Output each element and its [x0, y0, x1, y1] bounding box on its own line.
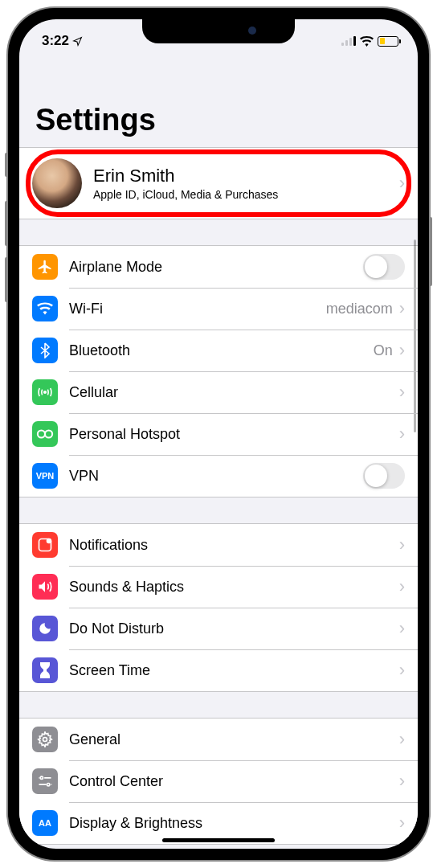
chevron-right-icon: ›	[399, 813, 405, 833]
row-label: Control Center	[69, 773, 399, 790]
battery-icon	[378, 36, 398, 47]
row-value: On	[374, 342, 393, 359]
chevron-right-icon: ›	[399, 173, 405, 194]
notifications-row[interactable]: Notifications ›	[19, 524, 418, 566]
avatar	[32, 158, 82, 208]
wifi-settings-icon	[32, 296, 58, 321]
battery-fill	[380, 38, 385, 44]
screentime-row[interactable]: Screen Time ›	[19, 649, 418, 691]
vpn-row[interactable]: VPN VPN	[19, 455, 418, 497]
hotspot-row[interactable]: Personal Hotspot ›	[19, 413, 418, 455]
status-time: 3:22	[42, 33, 69, 49]
svg-rect-3	[353, 36, 356, 46]
screen: 3:22	[19, 19, 418, 849]
row-label: Screen Time	[69, 662, 399, 679]
dnd-row[interactable]: Do Not Disturb ›	[19, 608, 418, 649]
chevron-right-icon: ›	[399, 340, 405, 361]
sounds-row[interactable]: Sounds & Haptics ›	[19, 566, 418, 608]
wifi-icon	[360, 36, 374, 47]
row-label: Sounds & Haptics	[69, 579, 399, 596]
chevron-right-icon: ›	[399, 618, 405, 639]
chevron-right-icon: ›	[399, 660, 405, 681]
chevron-right-icon: ›	[399, 534, 405, 555]
svg-point-8	[47, 539, 51, 543]
svg-point-11	[47, 784, 50, 786]
row-label: Notifications	[69, 537, 399, 554]
volume-down-button	[5, 257, 8, 302]
display-icon-text: AA	[39, 818, 51, 828]
profile-subtitle: Apple ID, iCloud, Media & Purchases	[93, 188, 399, 201]
sounds-icon	[32, 574, 58, 600]
connectivity-section: Airplane Mode Wi-Fi mediacom › Bluetooth	[19, 245, 418, 497]
notifications-icon	[32, 532, 58, 558]
row-label: Do Not Disturb	[69, 620, 399, 637]
general-row[interactable]: General ›	[19, 719, 418, 760]
chevron-right-icon: ›	[399, 771, 405, 792]
svg-rect-1	[345, 40, 348, 46]
apple-id-row[interactable]: Erin Smith Apple ID, iCloud, Media & Pur…	[19, 148, 418, 219]
status-left: 3:22	[42, 33, 83, 49]
profile-section: Erin Smith Apple ID, iCloud, Media & Pur…	[19, 147, 418, 219]
row-label: Bluetooth	[69, 342, 374, 359]
row-label: General	[69, 731, 399, 748]
row-label: Personal Hotspot	[69, 426, 399, 443]
airplane-toggle[interactable]	[363, 254, 405, 280]
general-section: General › Control Center › AA Display & …	[19, 718, 418, 845]
general-icon	[32, 727, 58, 752]
svg-point-6	[45, 430, 52, 437]
volume-up-button	[5, 201, 8, 246]
notch	[142, 19, 295, 43]
airplane-icon	[32, 254, 58, 280]
bluetooth-icon	[32, 338, 58, 363]
vpn-icon: VPN	[32, 463, 58, 489]
vpn-icon-text: VPN	[36, 471, 55, 481]
profile-text: Erin Smith Apple ID, iCloud, Media & Pur…	[93, 166, 399, 201]
cellular-row[interactable]: Cellular ›	[19, 371, 418, 413]
svg-point-5	[38, 430, 45, 437]
row-label: VPN	[69, 468, 363, 485]
chevron-right-icon: ›	[399, 576, 405, 597]
profile-name: Erin Smith	[93, 166, 399, 186]
row-label: Airplane Mode	[69, 259, 363, 276]
home-indicator[interactable]	[162, 838, 275, 842]
alerts-section: Notifications › Sounds & Haptics › Do No…	[19, 523, 418, 692]
row-label: Cellular	[69, 384, 399, 401]
location-icon	[72, 36, 83, 47]
dnd-icon	[32, 616, 58, 641]
chevron-right-icon: ›	[399, 424, 405, 444]
cellular-icon	[32, 379, 58, 405]
display-icon: AA	[32, 810, 58, 836]
control-center-icon	[32, 768, 58, 794]
chevron-right-icon: ›	[399, 382, 405, 403]
row-value: mediacom	[326, 301, 393, 317]
cellular-signal-icon	[341, 36, 356, 46]
phone-frame: 3:22	[8, 8, 429, 860]
mute-switch	[5, 153, 8, 177]
svg-point-9	[43, 738, 47, 742]
svg-point-10	[40, 776, 43, 779]
status-right	[341, 36, 398, 47]
airplane-mode-row[interactable]: Airplane Mode	[19, 246, 418, 288]
control-center-row[interactable]: Control Center ›	[19, 760, 418, 802]
bluetooth-row[interactable]: Bluetooth On ›	[19, 330, 418, 371]
row-label: Display & Brightness	[69, 815, 399, 832]
screentime-icon	[32, 657, 58, 683]
chevron-right-icon: ›	[399, 298, 405, 319]
svg-rect-2	[349, 38, 352, 46]
wifi-row[interactable]: Wi-Fi mediacom ›	[19, 288, 418, 330]
vpn-toggle[interactable]	[363, 463, 405, 489]
power-button	[429, 217, 432, 286]
hotspot-icon	[32, 421, 58, 447]
page-title: Settings	[19, 55, 418, 147]
chevron-right-icon: ›	[399, 729, 405, 750]
svg-rect-0	[341, 43, 344, 46]
row-label: Wi-Fi	[69, 301, 326, 317]
svg-point-4	[44, 391, 47, 394]
